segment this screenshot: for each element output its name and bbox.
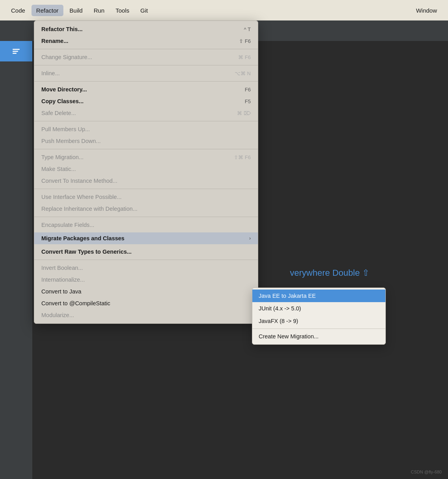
menu-item-run[interactable]: Run: [89, 5, 109, 16]
menu-section-11: Invert Boolean... Internationalize... Co…: [34, 261, 258, 322]
menu-item-migrate-packages[interactable]: Migrate Packages and Classes ›: [34, 232, 258, 244]
divider-2: [34, 65, 258, 65]
divider-6: [34, 189, 258, 189]
menu-item-refactor[interactable]: Refactor: [31, 5, 63, 16]
menu-item-pull-members-up[interactable]: Pull Members Up...: [34, 123, 258, 135]
menu-section-5: Pull Members Up... Push Members Down...: [34, 123, 258, 148]
menu-item-convert-raw-types[interactable]: Convert Raw Types to Generics...: [34, 246, 258, 258]
sidebar-icon: [12, 47, 20, 56]
menu-item-move-directory[interactable]: Move Directory... F6: [34, 84, 258, 95]
svg-rect-2: [13, 53, 17, 54]
background-hint-text: verywhere Double ⇧: [290, 268, 369, 278]
refactor-dropdown-menu: Refactor This... ^ T Rename... ⇧ F6 Chan…: [34, 20, 258, 324]
menu-item-change-signature[interactable]: Change Signature... ⌘ F6: [34, 51, 258, 63]
divider-5: [34, 149, 258, 149]
menu-item-push-members-down[interactable]: Push Members Down...: [34, 135, 258, 147]
submenu-item-junit[interactable]: JUnit (4.x -> 5.0): [252, 302, 385, 315]
divider-8: [34, 260, 258, 260]
menu-item-convert-compilestatic[interactable]: Convert to @CompileStatic: [34, 297, 258, 309]
sidebar-strip: [0, 20, 32, 479]
watermark: CSDN @fly-680: [411, 470, 442, 474]
divider-7: [34, 217, 258, 217]
menu-item-window[interactable]: Window: [411, 5, 442, 16]
menu-item-internationalize[interactable]: Internationalize...: [34, 274, 258, 286]
menu-item-convert-to-java[interactable]: Convert to Java: [34, 286, 258, 297]
menu-section-10: Convert Raw Types to Generics...: [34, 245, 258, 258]
menu-item-type-migration[interactable]: Type Migration... ⇧⌘ F6: [34, 151, 258, 163]
submenu-item-javaee-jakarta[interactable]: Java EE to Jakarta EE: [252, 290, 385, 302]
menu-section-2: Change Signature... ⌘ F6: [34, 50, 258, 64]
menu-item-encapsulate-fields[interactable]: Encapsulate Fields...: [34, 219, 258, 231]
menu-section-4: Move Directory... F6 Copy Classes... F5 …: [34, 83, 258, 120]
menu-bar: Code Refactor Build Run Tools Git Window: [0, 0, 448, 20]
menu-item-rename[interactable]: Rename... ⇧ F6: [34, 35, 258, 47]
divider-3: [34, 81, 258, 82]
menu-section-8: Encapsulate Fields...: [34, 218, 258, 232]
submenu-arrow-icon: ›: [249, 236, 251, 241]
submenu-divider: [252, 329, 385, 329]
menu-item-refactor-this[interactable]: Refactor This... ^ T: [34, 23, 258, 35]
menu-item-inline[interactable]: Inline... ⌥⌘ N: [34, 67, 258, 79]
submenu-item-create-new-migration[interactable]: Create New Migration...: [252, 330, 385, 343]
sidebar-active-button[interactable]: [0, 41, 32, 61]
menu-item-replace-inheritance[interactable]: Replace Inheritance with Delegation...: [34, 203, 258, 215]
menu-section-7: Use Interface Where Possible... Replace …: [34, 190, 258, 215]
menu-item-safe-delete[interactable]: Safe Delete... ⌘ ⌦: [34, 107, 258, 119]
menu-item-invert-boolean[interactable]: Invert Boolean...: [34, 262, 258, 274]
menu-item-git[interactable]: Git: [135, 5, 152, 16]
menu-section-9: Migrate Packages and Classes ›: [34, 232, 258, 245]
divider-4: [34, 121, 258, 121]
menu-item-copy-classes[interactable]: Copy Classes... F5: [34, 95, 258, 107]
menu-item-make-static[interactable]: Make Static...: [34, 163, 258, 175]
menu-section-6: Type Migration... ⇧⌘ F6 Make Static... C…: [34, 150, 258, 188]
svg-rect-0: [13, 49, 20, 50]
menu-section-3: Inline... ⌥⌘ N: [34, 67, 258, 80]
divider-1: [34, 49, 258, 49]
menu-item-code[interactable]: Code: [6, 5, 30, 16]
migrate-packages-submenu: Java EE to Jakarta EE JUnit (4.x -> 5.0)…: [252, 288, 386, 345]
menu-item-use-interface[interactable]: Use Interface Where Possible...: [34, 191, 258, 203]
menu-section-1: Refactor This... ^ T Rename... ⇧ F6: [34, 22, 258, 48]
submenu-item-javafx[interactable]: JavaFX (8 -> 9): [252, 315, 385, 327]
menu-item-modularize[interactable]: Modularize...: [34, 309, 258, 321]
menu-item-convert-to-instance[interactable]: Convert To Instance Method...: [34, 175, 258, 187]
svg-rect-1: [13, 51, 18, 52]
menu-item-build[interactable]: Build: [65, 5, 87, 16]
menu-item-tools[interactable]: Tools: [111, 5, 134, 16]
